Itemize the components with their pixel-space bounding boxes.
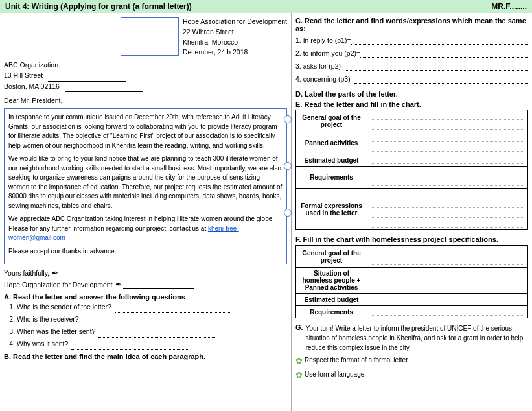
row-content-f-situation[interactable] xyxy=(367,268,528,294)
q2-answer[interactable] xyxy=(82,313,199,325)
closing-org: Hope Organization for Development xyxy=(4,281,113,288)
list-item: Why was it sent? xyxy=(17,338,287,350)
section-d-label: D. Label the parts of the letter. xyxy=(295,90,398,98)
section-g-text: Your turn! Write a letter to inform the … xyxy=(306,323,528,353)
section-g: G. Your turn! Write a letter to inform t… xyxy=(295,323,528,382)
receiver-block: ABC Organization. 13 Hill Street Boston,… xyxy=(4,60,287,92)
dear-input[interactable] xyxy=(65,96,130,104)
circle-marker-1 xyxy=(284,115,292,123)
c-item-1: 1. In reply to (p1)= xyxy=(295,36,351,44)
circle-marker-3 xyxy=(284,209,292,217)
row-label-f-situation: Situation of homeless people + Panned ac… xyxy=(296,268,367,294)
list-item: ✿ Use formal language. xyxy=(295,370,528,382)
row-content-goal[interactable] xyxy=(367,110,528,132)
author-label: MR.F........ xyxy=(491,2,527,11)
row-content-budget[interactable] xyxy=(367,154,528,167)
section-a-label: A. Read the letter and answer the follow… xyxy=(4,293,185,301)
g-bullet-1: Respect the format of a formal letter xyxy=(305,355,408,366)
section-b-label: B. Read the letter and find the main ide… xyxy=(4,353,205,360)
dotted-line[interactable] xyxy=(371,200,524,208)
q3-answer[interactable] xyxy=(98,325,215,338)
page-title: Unit 4: Writing (Applying for grant (a f… xyxy=(5,2,192,11)
section-c-title: C. Read the letter and find words/expres… xyxy=(295,17,528,32)
row-label-activities: Panned activities xyxy=(296,132,367,154)
row-content-requirements[interactable] xyxy=(367,167,528,189)
table-row: General goal of the project xyxy=(296,246,528,268)
main-content: Hope Association for Development 22 Wihr… xyxy=(0,13,532,411)
valediction-icon: ✒ xyxy=(52,268,58,277)
q1-text: Who is the sender of the letter? xyxy=(17,303,113,311)
left-panel: Hope Association for Development 22 Wihr… xyxy=(0,13,292,411)
row-label-goal: General goal of the project xyxy=(296,110,367,132)
c-answer-2[interactable] xyxy=(360,49,528,58)
dotted-line[interactable] xyxy=(371,112,524,120)
c-item-2: 2. to inform you (p2)= xyxy=(295,49,360,57)
dotted-line[interactable] xyxy=(371,144,524,152)
row-content-expressions[interactable] xyxy=(367,189,528,230)
row-content-f-budget[interactable] xyxy=(367,294,528,306)
table-row: Estimated budget xyxy=(296,154,528,167)
row-content-f-requirements[interactable] xyxy=(367,306,528,318)
dear-line: Dear Mr. President, xyxy=(4,96,287,104)
list-item: Who is the receiver? xyxy=(17,313,287,325)
row-label-f-goal: General goal of the project xyxy=(296,246,367,268)
list-item: ✿ Respect the format of a formal letter xyxy=(295,355,528,368)
row-content-f-goal[interactable] xyxy=(367,246,528,268)
sender-date: December, 24th 2018 xyxy=(183,47,287,58)
table-row: Requirements xyxy=(296,167,528,189)
q3-text: When was the letter sent? xyxy=(17,327,97,335)
dotted-line[interactable] xyxy=(371,169,524,176)
receiver-input-1[interactable] xyxy=(48,71,126,82)
g-bullet-2: Use formal language. xyxy=(305,370,366,380)
dotted-line[interactable] xyxy=(371,156,524,164)
section-a-title: A. Read the letter and answer the follow… xyxy=(4,293,287,301)
qa-list: Who is the sender of the letter? Who is … xyxy=(4,301,287,349)
row-label-f-budget: Estimated budget xyxy=(296,294,367,306)
sender-org: Hope Association for Development xyxy=(183,17,287,27)
dear-text: Dear Mr. President, xyxy=(4,97,62,104)
dotted-line[interactable] xyxy=(371,191,524,198)
valediction-input[interactable] xyxy=(60,269,131,277)
dotted-line[interactable] xyxy=(371,296,524,303)
section-g-bullets: ✿ Respect the format of a formal letter … xyxy=(295,355,528,382)
list-item: 2. to inform you (p2)= xyxy=(295,47,528,59)
section-d: D. Label the parts of the letter. xyxy=(295,90,528,98)
sender-city: Khenifra, Morocco xyxy=(183,38,287,48)
c-answer-1[interactable] xyxy=(351,36,528,45)
list-item: When was the letter sent? xyxy=(17,325,287,338)
dotted-line[interactable] xyxy=(371,257,524,265)
row-content-activities[interactable] xyxy=(367,132,528,154)
c-answer-3[interactable] xyxy=(345,62,528,71)
receiver-input-2[interactable] xyxy=(65,82,143,93)
section-a: A. Read the letter and answer the follow… xyxy=(4,293,287,349)
sender-info: Hope Association for Development 22 Wihr… xyxy=(183,17,287,58)
dotted-line[interactable] xyxy=(371,248,524,255)
dotted-line[interactable] xyxy=(371,308,524,316)
q1-answer[interactable] xyxy=(115,301,231,313)
dotted-line[interactable] xyxy=(371,279,524,287)
c-answer-4[interactable] xyxy=(354,75,528,84)
q4-answer[interactable] xyxy=(71,338,188,350)
dotted-line[interactable] xyxy=(371,178,524,186)
header: Unit 4: Writing (Applying for grant (a f… xyxy=(0,0,532,13)
checkmark-icon-2: ✿ xyxy=(295,369,303,382)
list-item: 3. asks for (p2)= xyxy=(295,60,528,72)
dotted-line[interactable] xyxy=(371,270,524,277)
receiver-city: Boston, MA 02116 xyxy=(4,82,60,92)
closing-input[interactable] xyxy=(123,281,194,289)
receiver-org: ABC Organization. xyxy=(4,60,287,71)
section-f-title: F. Fill in the chart with homelessness p… xyxy=(295,235,528,243)
section-g-title: G. xyxy=(295,323,303,353)
closing-icon: ✒ xyxy=(115,280,122,289)
dotted-line[interactable] xyxy=(371,122,524,130)
closing-org-line: Hope Organization for Development ✒ xyxy=(4,280,287,289)
dotted-line[interactable] xyxy=(371,220,524,228)
row-label-expressions: Formal expressions used in the letter xyxy=(296,189,367,230)
dotted-line[interactable] xyxy=(371,134,524,142)
table-row: General goal of the project xyxy=(296,110,528,132)
receiver-street: 13 Hill Street xyxy=(4,71,43,81)
sender-block: Hope Association for Development 22 Wihr… xyxy=(4,17,287,58)
dotted-line[interactable] xyxy=(371,210,524,218)
sender-box xyxy=(121,17,179,56)
table-row: Situation of homeless people + Panned ac… xyxy=(296,268,528,294)
